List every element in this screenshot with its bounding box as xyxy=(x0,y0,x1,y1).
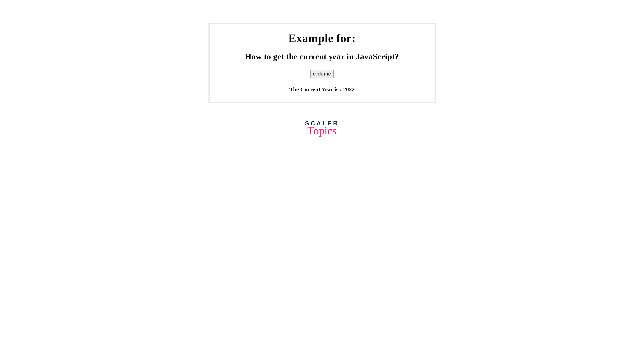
example-subtitle: How to get the current year in JavaScrip… xyxy=(217,52,427,61)
logo-bottom-word: Topics xyxy=(305,125,339,136)
click-me-button[interactable]: click me xyxy=(310,70,334,78)
result-text: The Current Year is : 2022 xyxy=(217,86,427,93)
scaler-topics-logo: SCALER Topics xyxy=(305,120,339,136)
example-title: Example for: xyxy=(217,32,427,45)
example-box: Example for: How to get the current year… xyxy=(208,23,436,103)
